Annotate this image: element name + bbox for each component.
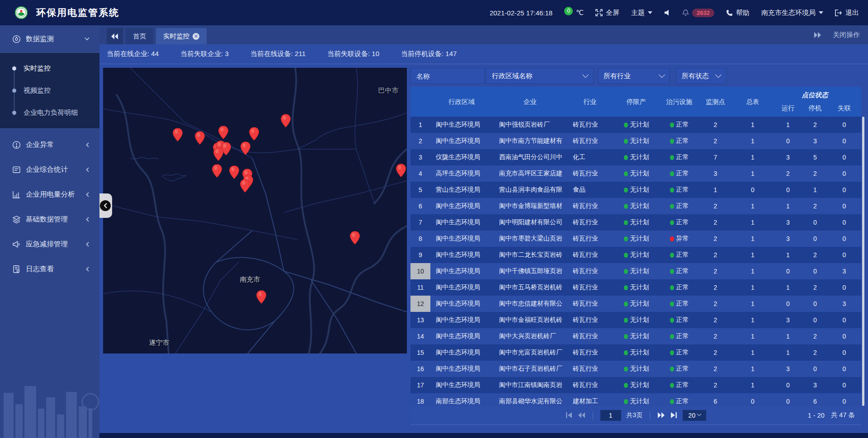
table-row[interactable]: 10阆中生态环境局阆中千佛镇五郎垭页岩砖瓦行业无计划正常21003: [410, 263, 861, 279]
table-row[interactable]: 17阆中生态环境局阆中市江南镇阆南页岩砖瓦行业无计划正常21030: [410, 377, 861, 393]
sidebar-item-realtime-monitor[interactable]: 实时监控: [0, 57, 99, 80]
sidebar-group-log-view[interactable]: 日志查看: [0, 257, 99, 282]
cell-stop: 2: [803, 198, 827, 214]
cell-lost: 0: [827, 182, 861, 198]
first-page-button[interactable]: [566, 412, 572, 418]
cell-stop: 2: [803, 165, 827, 182]
stat-online-devices: 当前在线设备: 211: [250, 50, 306, 58]
tab-home[interactable]: 首页: [126, 28, 153, 44]
sidebar-group-base-data[interactable]: 基础数据管理: [0, 207, 99, 232]
cell-limit-status: 无计划: [613, 117, 660, 133]
map-pin-icon[interactable]: [195, 132, 205, 145]
sidebar-collapse-handle[interactable]: [99, 193, 112, 218]
cell-stop: 0: [803, 361, 827, 377]
map-pin-icon[interactable]: [281, 114, 291, 128]
map-pin-icon[interactable]: [249, 127, 259, 141]
org-dropdown[interactable]: 南充市生态环境局: [761, 9, 823, 17]
chevron-down-icon: [85, 37, 90, 41]
map-pin-icon[interactable]: [241, 142, 250, 155]
map-pin-icon[interactable]: [212, 165, 222, 178]
status-dot-icon: [670, 399, 674, 404]
close-operations-button[interactable]: 关闭操作: [833, 31, 860, 39]
map-city-label: 巴中市: [378, 86, 399, 95]
sidebar-group-emergency-reduction[interactable]: 应急减排管理: [0, 232, 99, 257]
help-button[interactable]: 帮助: [726, 9, 750, 17]
region-select[interactable]: 行政区域名称: [486, 68, 594, 84]
map-pin-icon[interactable]: [350, 231, 360, 245]
cell-stop: 6: [803, 393, 827, 406]
name-search-input[interactable]: [410, 68, 485, 84]
chevron-down-icon: [582, 71, 589, 78]
next-page-button[interactable]: [657, 412, 665, 418]
tab-realtime-monitor[interactable]: 实时监控 ✕: [156, 28, 207, 44]
table-row[interactable]: 8阆中生态环境局阆中市枣碧大梁山页岩砖瓦行业无计划异常21300: [410, 231, 861, 247]
map-pin-icon[interactable]: [218, 126, 228, 140]
sidebar-group-enterprise-abnormal[interactable]: 企业异常: [0, 132, 99, 157]
last-page-button[interactable]: [670, 412, 677, 418]
table-scrollbar[interactable]: [862, 117, 864, 406]
table-row[interactable]: 3仪陇生态环境局西南油气田分公司川中化工无计划正常71350: [410, 149, 861, 165]
fullscreen-button[interactable]: 全屏: [595, 9, 619, 17]
table-row[interactable]: 1阆中生态环境局阆中强锐页岩砖厂砖瓦行业无计划正常21120: [410, 117, 861, 133]
table-row[interactable]: 9阆中生态环境局阆中市二龙长宝页岩砖砖瓦行业无计划正常21120: [410, 247, 861, 263]
sidebar-item-video-monitor[interactable]: 视频监控: [0, 80, 99, 102]
double-chevron-right-icon[interactable]: [814, 32, 821, 38]
cell-meters: 1: [732, 312, 773, 328]
cell-facility-status: 正常: [660, 296, 698, 312]
cell-limit-status: 无计划: [613, 393, 660, 406]
status-dot-icon: [670, 301, 674, 306]
logout-button[interactable]: 退出: [835, 9, 859, 17]
table-row[interactable]: 16阆中生态环境局阆中市石子页岩机砖厂砖瓦行业无计划正常21300: [410, 361, 861, 377]
table-row[interactable]: 4高坪生态环境局南充市高坪区王家店建砖瓦行业无计划正常31220: [410, 165, 861, 182]
map-pin-icon[interactable]: [396, 164, 406, 178]
close-icon[interactable]: ✕: [193, 33, 199, 40]
cell-run: 2: [773, 165, 803, 182]
prev-page-button[interactable]: [578, 412, 585, 418]
page-number-input[interactable]: 1: [600, 410, 621, 421]
cell-enterprise: 阆中大兴页岩机砖厂: [493, 328, 567, 344]
sidebar-group-enterprise-stats[interactable]: 企业综合统计: [0, 157, 99, 182]
sidebar-item-label: 企业电力负荷明细: [24, 108, 78, 117]
status-dot-icon: [670, 220, 674, 225]
status-select[interactable]: 所有状态: [676, 68, 726, 84]
top-header: 环保用电监管系统 2021-02-25 17:46:18 0 ℃ 全屏 主题: [0, 0, 868, 25]
table-row[interactable]: 12阆中生态环境局阆中市忠信建材有限公砖瓦行业无计划正常21003: [410, 296, 861, 312]
table-row[interactable]: 18南部生态环境局南部县砌华水泥有限公建材加工无计划正常60060: [410, 393, 861, 406]
map-pin-icon[interactable]: [229, 166, 239, 179]
map-pin-icon[interactable]: [256, 291, 266, 304]
theme-label: 主题: [631, 9, 645, 17]
cell-row-number: 11: [410, 279, 430, 296]
cell-stop: 0: [803, 312, 827, 328]
table-row[interactable]: 14阆中生态环境局阆中大兴页岩机砖厂砖瓦行业无计划正常21120: [410, 328, 861, 344]
sidebar-item-power-load-detail[interactable]: 企业电力负荷明细: [0, 102, 99, 124]
cell-limit-status: 无计划: [613, 247, 660, 263]
status-dot-icon: [624, 155, 628, 160]
theme-dropdown[interactable]: 主题: [631, 9, 652, 17]
table-row[interactable]: 11阆中生态环境局阆中市五马桥页岩机砖砖瓦行业无计划正常21120: [410, 279, 861, 296]
cell-row-number: 14: [410, 328, 430, 344]
cell-facility-status: 正常: [660, 214, 698, 231]
sidebar-group-data-monitoring[interactable]: 数据监测: [0, 25, 99, 52]
cell-bureau: 南部生态环境局: [430, 393, 493, 406]
map-pin-icon[interactable]: [173, 128, 183, 142]
tabs-scroll-left-button[interactable]: [107, 28, 123, 44]
table-row[interactable]: 5营山生态环境局营山县润丰肉食品有限食品无计划正常10010: [410, 182, 861, 198]
mute-button[interactable]: [664, 9, 670, 16]
table-row[interactable]: 7阆中生态环境局阆中明阳建材有限公司砖瓦行业无计划正常21300: [410, 214, 861, 231]
cell-stop: 0: [803, 263, 827, 279]
sidebar-group-power-analysis[interactable]: 企业用电量分析: [0, 182, 99, 207]
chevron-down-icon: [819, 11, 823, 14]
table-row[interactable]: 6阆中生态环境局阆中市金博瑞新型墙材砖瓦行业无计划正常21120: [410, 198, 861, 214]
cell-enterprise: 阆中明阳建材有限公司: [493, 214, 567, 231]
bullet-icon: [12, 111, 16, 115]
map-pin-icon[interactable]: [213, 148, 223, 161]
notifications-button[interactable]: 2632: [682, 9, 714, 17]
table-row[interactable]: 13阆中生态环境局阆中市金福旺页岩机砖砖瓦行业无计划正常21300: [410, 312, 861, 328]
page-size-select[interactable]: 20: [683, 410, 706, 421]
table-row[interactable]: 2阆中生态环境局阆中市南方节能建材有砖瓦行业无计划正常21030: [410, 133, 861, 149]
map-canvas[interactable]: 巴中市南充市遂宁市: [103, 68, 407, 353]
cell-points: 2: [698, 344, 732, 361]
table-row[interactable]: 15阆中生态环境局阆中市光富页岩机砖厂砖瓦行业无计划正常21120: [410, 344, 861, 361]
industry-select[interactable]: 所有行业: [598, 68, 670, 84]
map-pin-icon[interactable]: [240, 179, 250, 193]
